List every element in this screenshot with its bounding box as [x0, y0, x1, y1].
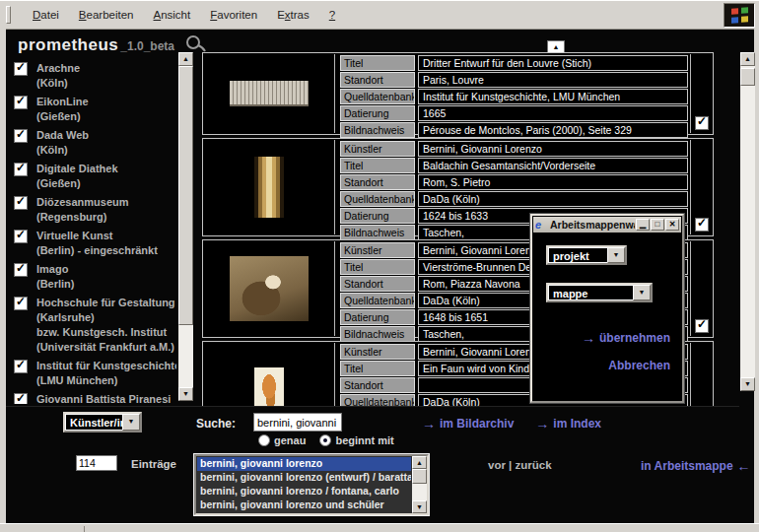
field-label: Quelldatenbank: [340, 89, 415, 104]
checkbox-digitale-diathek[interactable]: [14, 163, 28, 176]
checkbox-dioezesanmuseum[interactable]: [14, 196, 28, 210]
list-item[interactable]: bernini, giovanni lorenzo / fontana, car…: [197, 485, 411, 499]
apply-link[interactable]: → übernehmen: [578, 330, 670, 346]
list-item[interactable]: bernini, giovanni lorenzo und schüler: [197, 499, 411, 512]
artist-listbox[interactable]: bernini, giovanni lorenzo bernini, giova…: [194, 454, 429, 515]
close-icon[interactable]: ✕: [665, 219, 679, 231]
field-label: Titel: [340, 259, 415, 275]
sidebar-item-dadaweb: Dada Web(Köln): [14, 128, 176, 158]
row-select-checkbox[interactable]: [695, 116, 709, 130]
row-select-checkbox[interactable]: [695, 319, 709, 333]
thumbnail-fountain-photo[interactable]: [230, 256, 309, 321]
thumbnail-cell: [204, 140, 335, 234]
checkbox-dadaweb[interactable]: [14, 129, 28, 143]
field-value: Institut für Kunstgeschichte, LMU Münche…: [418, 89, 688, 104]
sidebar-item-piranesi: Giovanni Battista Piranesi: [14, 392, 176, 404]
chevron-down-icon[interactable]: ▼: [122, 414, 140, 431]
results-scrollbar-thumb[interactable]: [740, 68, 755, 86]
maximize-icon[interactable]: □: [651, 219, 664, 231]
toolbar-grip-handle[interactable]: [6, 6, 11, 24]
field-label: Datierung: [340, 309, 415, 325]
field-label: Titel: [340, 158, 415, 173]
link-im-index[interactable]: → im Index: [531, 416, 601, 432]
menu-favoriten[interactable]: Favoriten: [200, 6, 267, 24]
field-value: Bernini, Giovanni Lorenzo: [418, 141, 688, 157]
result-row: TitelDritter Entwurf für den Louvre (Sti…: [202, 52, 714, 135]
link-in-arbeitsmappe[interactable]: in Arbeitsmappe ←: [641, 458, 755, 474]
thumbnail-louvre-etching[interactable]: [230, 81, 309, 106]
field-label: Quelldatenbank: [340, 191, 415, 207]
search-input[interactable]: [253, 413, 342, 432]
chevron-down-icon[interactable]: ▼: [633, 285, 651, 300]
menu-bearbeiten[interactable]: Bearbeiten: [69, 6, 144, 24]
status-bar-segment: [2, 526, 85, 532]
checkbox-eikonline[interactable]: [14, 96, 28, 109]
windows-logo-icon: [731, 7, 748, 23]
checkbox-virtuelle-kunst[interactable]: [14, 230, 28, 243]
sidebar-item-eikonline: EikonLine(Gießen): [14, 95, 176, 124]
search-category-select[interactable]: Künstler/in ▼: [63, 412, 142, 432]
radio-beginnt-mit-label: beginnt mit: [335, 434, 393, 446]
dialog-title-bar[interactable]: e Arbeitsmappenwahl ... ▁ □ ✕: [533, 217, 681, 233]
menu-ansicht[interactable]: Ansicht: [144, 6, 201, 24]
field-value: Dritter Entwurf für den Louvre (Stich): [418, 55, 688, 71]
field-label: Titel: [340, 55, 415, 71]
chevron-down-icon[interactable]: ▼: [607, 247, 625, 263]
field-label: Bildnachweis: [340, 326, 415, 342]
row-select-checkbox[interactable]: [695, 218, 709, 232]
ie-icon: e: [535, 219, 548, 232]
results-scrollbar[interactable]: ▲ ▼: [740, 52, 755, 391]
thumbnail-cell: [204, 54, 335, 133]
checkbox-hfg-karlsruhe[interactable]: [14, 297, 28, 310]
link-im-bildarchiv[interactable]: → im Bildarchiv: [418, 416, 514, 432]
arrow-right-icon: →: [535, 416, 549, 432]
scroll-down-arrow-icon[interactable]: ▼: [178, 387, 193, 401]
radio-genau-label: genau: [274, 434, 306, 446]
search-mode-radios: genau beginnt mit: [258, 434, 394, 446]
pager-vor-zurueck[interactable]: vor | zurück: [488, 459, 552, 471]
list-item[interactable]: bernini, giovanni lorenzo (entwurf) / ba…: [197, 471, 411, 485]
minimize-icon[interactable]: ▁: [636, 219, 650, 231]
cancel-link[interactable]: Abbrechen: [608, 356, 670, 373]
ie-throbber: [724, 3, 755, 28]
menu-datei[interactable]: Datei: [23, 6, 69, 24]
field-value: 1665: [418, 105, 688, 121]
status-bar: [0, 523, 759, 532]
list-item[interactable]: bernini, giovanni lorenzo: [197, 457, 411, 471]
field-label: Bildnachweis: [340, 122, 415, 138]
sidebar-item-digitale-diathek: Digitale Diathek(Gießen): [14, 162, 176, 191]
search-label: Suche:: [196, 417, 236, 431]
sidebar-item-hfg-karlsruhe: Hochschule für Gestaltung(Karlsruhe)bzw.…: [14, 296, 176, 355]
field-label: Standort: [340, 72, 415, 88]
scroll-down-arrow-icon[interactable]: ▼: [740, 377, 755, 391]
checkbox-kunstgeschichte-lmu[interactable]: [14, 360, 28, 373]
menu-help[interactable]: ?: [319, 6, 345, 24]
field-value: Rom, S. Pietro: [418, 174, 688, 190]
field-label: Künstler: [340, 242, 415, 258]
listbox-scrollbar-thumb[interactable]: [412, 469, 427, 484]
field-label: Datierung: [340, 105, 415, 121]
sidebar-scrollbar-thumb[interactable]: [178, 66, 193, 325]
entry-count-input[interactable]: [76, 455, 117, 471]
projekt-select[interactable]: projekt ▼: [546, 245, 627, 265]
checkbox-piranesi[interactable]: [14, 393, 28, 404]
thumbnail-cell: [204, 343, 335, 406]
scroll-up-arrow-icon[interactable]: ▲: [178, 52, 193, 66]
sidebar-scrollbar[interactable]: ▲ ▼: [178, 52, 193, 401]
listbox-scrollbar[interactable]: ▲ ▼: [412, 456, 427, 513]
checkbox-imago[interactable]: [14, 263, 28, 277]
thumbnail-baldachin[interactable]: [254, 157, 284, 218]
checkbox-arachne[interactable]: [14, 62, 28, 76]
thumbnail-faun-drawing[interactable]: [254, 367, 284, 406]
radio-beginnt-mit[interactable]: [319, 434, 331, 446]
field-label: Standort: [340, 276, 415, 292]
panel-divider: [6, 406, 739, 407]
scroll-up-arrow-icon[interactable]: ▲: [412, 456, 427, 469]
field-value: Baldachin Gesamtansicht/Vorderseite: [418, 158, 688, 173]
arbeitsmappenwahl-dialog: e Arbeitsmappenwahl ... ▁ □ ✕ projekt ▼ …: [530, 214, 684, 403]
mappe-select[interactable]: mappe ▼: [546, 283, 653, 302]
radio-genau[interactable]: [258, 434, 270, 446]
menu-extras[interactable]: Extras: [267, 6, 319, 24]
scroll-down-arrow-icon[interactable]: ▼: [412, 500, 427, 513]
scroll-up-arrow-icon[interactable]: ▲: [740, 52, 755, 66]
